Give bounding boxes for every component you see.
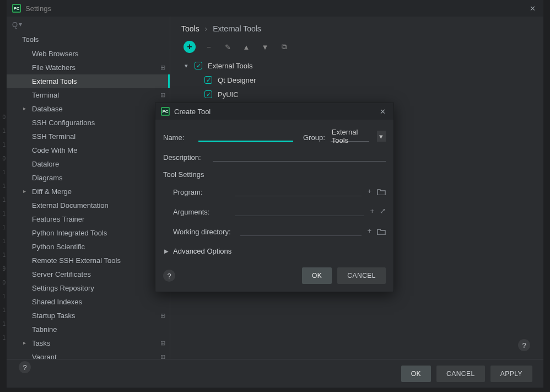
- toolbar: + − ✎ ▲ ▼ ⧉: [181, 39, 532, 58]
- description-input[interactable]: [213, 151, 386, 162]
- sidebar-header: Tools: [7, 32, 170, 47]
- group-value: External Tools: [332, 128, 368, 144]
- dialog-titlebar: PC Create Tool ✕: [155, 103, 393, 120]
- sidebar-item[interactable]: Datalore: [7, 157, 170, 171]
- advanced-options-toggle[interactable]: ▶ Advanced Options: [163, 240, 386, 260]
- dialog-cancel-button[interactable]: CANCEL: [337, 267, 386, 284]
- create-tool-dialog: PC Create Tool ✕ Name: Group: External T…: [155, 103, 394, 292]
- remove-button[interactable]: −: [203, 41, 214, 52]
- sidebar-item[interactable]: ▸Database: [7, 102, 170, 116]
- sidebar-item[interactable]: Features Trainer: [7, 212, 170, 226]
- sidebar-item[interactable]: Python Integrated Tools⊞: [7, 226, 170, 240]
- sidebar-item-label: Remote SSH External Tools: [32, 256, 121, 265]
- sidebar-item[interactable]: Terminal⊞: [7, 88, 170, 102]
- browse-folder-icon[interactable]: [377, 189, 386, 195]
- sidebar-item-label: Startup Tasks: [32, 312, 76, 320]
- breadcrumb: Tools › External Tools: [181, 22, 532, 39]
- sidebar-item-label: Diagrams: [32, 174, 63, 182]
- sidebar-item[interactable]: External Documentation: [7, 198, 170, 212]
- sidebar-item-label: External Tools: [32, 77, 77, 85]
- edit-button[interactable]: ✎: [222, 41, 233, 52]
- dialog-ok-button[interactable]: OK: [302, 267, 332, 284]
- apply-button[interactable]: APPLY: [490, 366, 532, 382]
- sidebar-item[interactable]: Shared Indexes: [7, 295, 170, 309]
- cancel-button[interactable]: CANCEL: [436, 366, 485, 382]
- name-label: Name:: [163, 133, 193, 142]
- app-icon: PC: [161, 107, 170, 116]
- sidebar-item-label: SSH Terminal: [32, 132, 76, 141]
- dialog-help-button[interactable]: ?: [163, 270, 175, 282]
- sidebar-item[interactable]: File Watchers⊞: [7, 61, 170, 74]
- footer: OK CANCEL APPLY: [7, 359, 543, 388]
- group-dropdown-button[interactable]: ▾: [377, 131, 386, 142]
- chevron-right-icon: ▸: [23, 188, 26, 194]
- sidebar-item[interactable]: ▸Diff & Merge: [7, 185, 170, 198]
- help-button-right[interactable]: ?: [518, 339, 530, 351]
- sidebar-item[interactable]: ▸Tasks⊞: [7, 336, 170, 350]
- sidebar-item-label: Python Integrated Tools: [32, 229, 107, 237]
- sidebar-item-label: Shared Indexes: [32, 298, 82, 306]
- sidebar-item-label: Settings Repository: [32, 284, 94, 292]
- copy-button[interactable]: ⧉: [278, 41, 289, 52]
- dialog-close-icon[interactable]: ✕: [378, 108, 388, 116]
- scope-badge-icon: ⊞: [160, 312, 165, 319]
- workdir-input[interactable]: [240, 225, 362, 236]
- sidebar-item-label: External Documentation: [32, 201, 109, 210]
- arguments-input[interactable]: [235, 205, 364, 216]
- sidebar: Q▾ Tools Web BrowsersFile Watchers⊞Exter…: [7, 17, 170, 359]
- move-down-button[interactable]: ▼: [260, 41, 271, 52]
- sidebar-item[interactable]: Code With Me: [7, 143, 170, 157]
- add-button[interactable]: +: [184, 41, 196, 53]
- tool-label: PyUIC: [218, 90, 239, 99]
- browse-folder-icon[interactable]: [377, 228, 386, 235]
- sidebar-item-label: Tasks: [32, 339, 50, 347]
- sidebar-item-label: Database: [32, 105, 63, 113]
- ok-button[interactable]: OK: [401, 366, 431, 382]
- search-icon: Q: [12, 20, 18, 29]
- expand-icon[interactable]: ⤢: [380, 207, 386, 215]
- sidebar-item[interactable]: Server Certificates: [7, 267, 170, 281]
- sidebar-item-label: Web Browsers: [32, 50, 78, 58]
- program-input[interactable]: [235, 185, 362, 196]
- tools-group-row[interactable]: ▾ ✓ External Tools: [185, 58, 532, 73]
- tools-tree: ▾ ✓ External Tools ✓ Qt Designer ✓ PyUIC: [181, 58, 532, 101]
- tool-checkbox[interactable]: ✓: [204, 76, 212, 84]
- scope-badge-icon: ⊞: [160, 64, 165, 71]
- sidebar-item-label: Tabnine: [32, 325, 57, 334]
- search-row[interactable]: Q▾: [7, 17, 170, 32]
- move-up-button[interactable]: ▲: [241, 41, 252, 52]
- scope-badge-icon: ⊞: [160, 340, 165, 347]
- breadcrumb-sep: ›: [205, 24, 208, 33]
- sidebar-item[interactable]: Tabnine: [7, 323, 170, 336]
- name-input[interactable]: [198, 131, 293, 142]
- breadcrumb-root[interactable]: Tools: [181, 24, 199, 33]
- tool-checkbox[interactable]: ✓: [204, 90, 212, 98]
- sidebar-item-label: Datalore: [32, 160, 59, 168]
- tool-item[interactable]: ✓ PyUIC: [185, 87, 532, 101]
- tools-group-label: External Tools: [208, 62, 252, 70]
- insert-macro-icon[interactable]: +: [367, 187, 371, 195]
- sidebar-item[interactable]: External Tools: [7, 74, 170, 88]
- dialog-title: Create Tool: [174, 108, 211, 116]
- sidebar-item-label: SSH Configurations: [32, 119, 95, 127]
- sidebar-item-label: Features Trainer: [32, 215, 84, 223]
- sidebar-item[interactable]: SSH Terminal⊞: [7, 130, 170, 143]
- arguments-label: Arguments:: [163, 208, 229, 216]
- sidebar-item[interactable]: Vagrant⊞: [7, 350, 170, 359]
- breadcrumb-leaf: External Tools: [213, 24, 261, 33]
- sidebar-item[interactable]: Remote SSH External Tools⊞: [7, 254, 170, 267]
- sidebar-item[interactable]: Web Browsers: [7, 47, 170, 61]
- sidebar-item-label: File Watchers: [32, 63, 76, 72]
- close-icon[interactable]: ✕: [527, 4, 538, 13]
- group-select[interactable]: External Tools: [331, 131, 369, 142]
- sidebar-item[interactable]: Diagrams: [7, 171, 170, 185]
- sidebar-item[interactable]: Startup Tasks⊞: [7, 309, 170, 323]
- help-button[interactable]: ?: [19, 361, 31, 373]
- insert-macro-icon[interactable]: +: [367, 227, 371, 235]
- insert-macro-icon[interactable]: +: [370, 207, 374, 215]
- sidebar-item[interactable]: Python Scientific⊞: [7, 240, 170, 254]
- tool-item[interactable]: ✓ Qt Designer: [185, 73, 532, 87]
- sidebar-item[interactable]: SSH Configurations: [7, 116, 170, 130]
- group-checkbox[interactable]: ✓: [195, 62, 202, 69]
- sidebar-item[interactable]: Settings Repository: [7, 281, 170, 295]
